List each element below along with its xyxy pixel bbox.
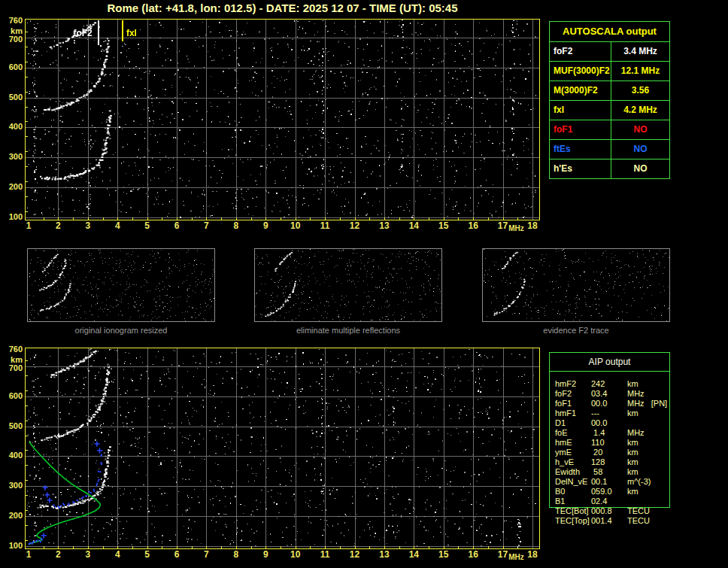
aip-param: hmE: [555, 438, 572, 448]
aip-param: ymE: [555, 448, 572, 457]
y-tick-label: 300: [0, 152, 23, 161]
aip-value: 059.0: [591, 487, 612, 497]
panel-evidence-f2: [482, 248, 670, 322]
aip-header-divider: [549, 371, 670, 372]
aip-row: B0059.0km: [549, 487, 677, 497]
aip-param: hmF1: [555, 409, 576, 418]
autoscala-value: NO: [611, 140, 669, 159]
x-tick-label: 6: [165, 221, 188, 231]
autoscala-param: ftEs: [550, 140, 611, 159]
x-tick-label: 2: [47, 221, 69, 231]
y-tick-label: 700: [0, 35, 23, 44]
y-axis-unit: km: [0, 26, 23, 35]
autoscala-row: h'EsNO: [550, 159, 669, 178]
aip-value: ---: [591, 409, 599, 418]
x-tick-label: 4: [106, 221, 129, 231]
autoscala-param: M(3000)F2: [550, 81, 611, 100]
y-tick-label: 600: [0, 391, 23, 400]
aip-row: D100.0: [549, 418, 677, 428]
aip-value: 00.1: [591, 477, 607, 487]
aip-unit: km: [627, 467, 639, 477]
y-tick-label: 700: [0, 363, 23, 372]
y-tick-label: 500: [0, 93, 23, 102]
x-tick-label: 16: [462, 550, 484, 560]
bottom-ionogram-canvas: [26, 348, 539, 548]
x-tick-label: 16: [462, 221, 484, 231]
aip-value: 001.4: [591, 516, 612, 526]
y-tick-label: 300: [0, 481, 23, 490]
panel-eliminate-reflections-canvas: [255, 249, 441, 321]
x-tick-label: 14: [402, 550, 425, 560]
aip-value: 110: [591, 438, 605, 448]
autoscala-value: 12.1 MHz: [611, 62, 669, 80]
autoscala-window: { "title": "Rome (lat: +41.8, lon: 012.5…: [0, 0, 728, 568]
aip-param: DelN_vE: [555, 477, 587, 487]
x-tick-label: 7: [195, 550, 217, 560]
aip-param: Ewidth: [555, 467, 580, 477]
aip-param: TEC[Top]: [555, 516, 590, 526]
y-tick-label: 600: [0, 62, 23, 71]
aip-unit: MHz: [627, 428, 645, 438]
aip-param: h_vE: [555, 457, 574, 467]
aip-value: 58: [591, 467, 602, 477]
x-tick-label: 12: [344, 550, 366, 560]
y-tick-label: 760: [0, 16, 23, 25]
x-tick-label: 11: [314, 550, 336, 560]
autoscala-value: NO: [611, 159, 669, 178]
aip-row: h_vE128km: [549, 457, 677, 467]
aip-row: TEC[Bot]000.8TECU: [549, 506, 677, 516]
aip-unit: km: [627, 457, 639, 467]
x-tick-label: 8: [225, 221, 247, 231]
x-tick-label: 9: [254, 550, 277, 560]
x-tick-label: 2: [47, 550, 69, 560]
x-tick-label: 18: [521, 550, 544, 560]
autoscala-value: NO: [611, 120, 669, 139]
x-tick-label: 5: [136, 550, 159, 560]
x-tick-label: 13: [373, 550, 396, 560]
x-tick-label: 5: [136, 221, 159, 231]
autoscala-param: MUF(3000)F2: [550, 62, 611, 80]
aip-value: 242: [591, 379, 605, 389]
aip-param: D1: [555, 418, 566, 428]
aip-row: hmE110km: [549, 438, 677, 448]
aip-row: DelN_vE00.1m^(-3): [549, 477, 677, 487]
autoscala-value: 4.2 MHz: [611, 101, 669, 120]
x-tick-label: 14: [402, 221, 425, 231]
autoscala-param: fxI: [550, 101, 611, 120]
y-tick-label: 400: [0, 451, 23, 460]
autoscala-row: M(3000)F23.56: [550, 81, 669, 101]
x-tick-label: 18: [521, 221, 544, 231]
fof2-marker-label: foF2: [73, 29, 92, 38]
autoscala-table-rows: foF23.4 MHzMUF(3000)F212.1 MHzM(3000)F23…: [550, 42, 669, 178]
aip-unit: TECU: [627, 506, 650, 516]
autoscala-param: h'Es: [550, 159, 611, 178]
autoscala-output-table: AUTOSCALA output foF23.4 MHzMUF(3000)F21…: [549, 21, 670, 179]
y-tick-label: 400: [0, 122, 23, 131]
autoscala-row: foF23.4 MHz: [550, 42, 669, 62]
panel-evidence-f2-canvas: [483, 249, 669, 321]
y-tick-label: 100: [0, 212, 23, 221]
x-tick-label: 9: [254, 221, 277, 231]
autoscala-param: foF1: [550, 120, 611, 139]
aip-output-table: AIP output hmF2242kmfoF203.4MHzfoF100.0M…: [549, 352, 670, 533]
x-tick-label: 1: [17, 550, 40, 560]
aip-param: hmF2: [555, 379, 576, 389]
autoscala-row: foF1NO: [550, 120, 669, 140]
aip-param: B0: [555, 487, 565, 497]
aip-unit: km: [627, 438, 639, 448]
panel-eliminate-reflections: [254, 248, 442, 322]
aip-row: B102.4: [549, 497, 677, 506]
aip-value: 20: [591, 448, 602, 457]
x-tick-label: 10: [284, 550, 307, 560]
aip-table-title: AIP output: [549, 357, 670, 367]
x-tick-label: 10: [284, 221, 307, 231]
aip-param: B1: [555, 497, 565, 506]
aip-value: 00.0: [591, 399, 607, 409]
x-tick-label: 12: [344, 221, 366, 231]
aip-param: foE: [555, 428, 568, 438]
y-axis-unit: km: [0, 355, 23, 364]
aip-unit: km: [627, 409, 639, 418]
aip-param: foF1: [555, 399, 572, 409]
aip-value: 00.0: [591, 418, 607, 428]
autoscala-value: 3.4 MHz: [611, 42, 669, 61]
